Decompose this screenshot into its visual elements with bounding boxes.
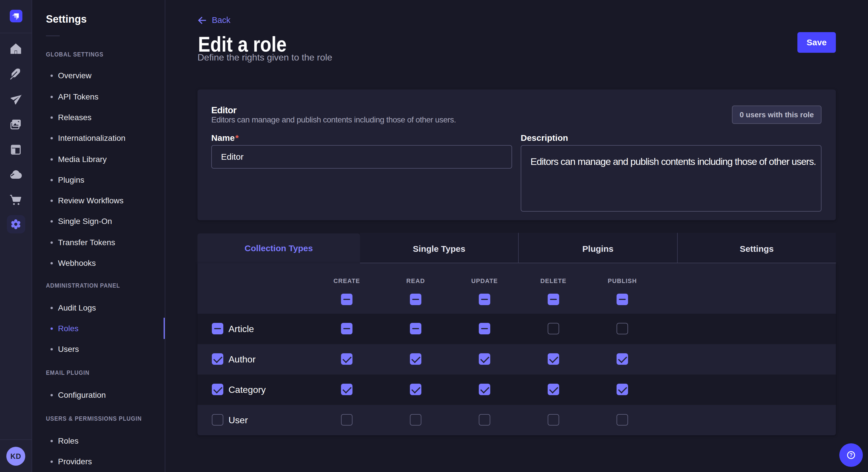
svg-text:?: ? bbox=[849, 452, 853, 458]
